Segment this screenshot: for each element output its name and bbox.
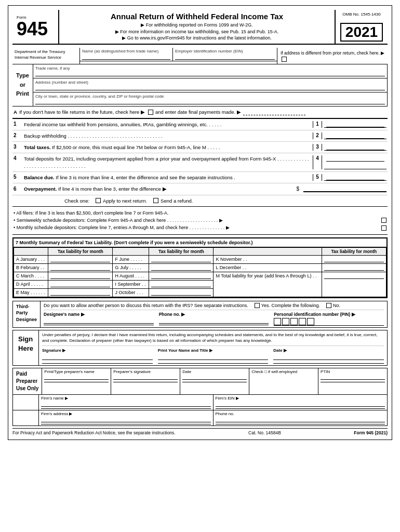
subtitle1: ▶ For withholding reported on Forms 1099… (64, 22, 329, 29)
section-a-checkbox[interactable] (148, 110, 153, 115)
month-h-input[interactable] (151, 273, 211, 279)
signature-input[interactable] (42, 354, 153, 360)
month-m-label: M Total liability for year (add lines A … (214, 272, 322, 297)
month-i-input[interactable] (151, 282, 211, 287)
month-e-input-cell[interactable] (48, 288, 113, 297)
month-g-input[interactable] (151, 265, 211, 271)
monthly-table-title: 7 Monthly Summary of Federal Tax Liabili… (14, 238, 386, 247)
section-a-and-text: and enter date final payments made. ▶ (155, 109, 241, 115)
month-k-input-cell[interactable] (322, 255, 386, 263)
month-f-label: F June . . . . . (113, 255, 149, 263)
line5-amount[interactable] (326, 175, 384, 180)
month-d-input-cell[interactable] (48, 280, 113, 288)
month-j-input-cell[interactable] (149, 288, 214, 297)
ein-input[interactable] (175, 54, 275, 60)
line4-ref: 4 (313, 155, 322, 169)
month-m-input[interactable] (324, 273, 384, 279)
month-col-header-3 (214, 247, 322, 255)
address-change-checkbox[interactable] (282, 57, 287, 62)
phone-input[interactable] (159, 318, 269, 324)
month-b-input-cell[interactable] (48, 263, 113, 272)
firm-phone-input[interactable] (216, 417, 385, 422)
month-f-input-cell[interactable] (149, 255, 214, 263)
line4-amount[interactable] (326, 156, 384, 162)
all-filers-note: • All filers: If line 3 is less than $2,… (14, 209, 386, 217)
month-l-input[interactable] (324, 265, 384, 271)
perjury-text: Under penalties of perjury, I declare th… (42, 332, 384, 343)
send-refund-checkbox[interactable] (153, 198, 158, 203)
month-i-input-cell[interactable] (149, 280, 214, 288)
address-change-note: If address is different from prior retur… (281, 50, 384, 57)
third-party-yes-checkbox[interactable] (255, 303, 260, 308)
firm-address-label: Firm's address ▶ (41, 411, 211, 416)
third-party-no-checkbox[interactable] (326, 303, 331, 308)
month-h-input-cell[interactable] (149, 272, 214, 280)
apply-to-next-checkbox[interactable] (96, 198, 101, 203)
month-c-input[interactable] (50, 273, 110, 279)
apply-to-next-label: Apply to next return. (103, 198, 147, 204)
line2-number: 2 (14, 132, 22, 139)
firm-address-input[interactable] (41, 417, 211, 422)
month-j-input[interactable] (151, 290, 211, 296)
line3-amount[interactable] (326, 144, 384, 150)
cat-number: Cat. No. 14584B (248, 430, 281, 435)
date-input[interactable] (273, 354, 384, 360)
pin-box-3[interactable] (290, 318, 298, 325)
semiweekly-checkbox[interactable] (381, 218, 386, 223)
month-l-input-cell[interactable] (322, 263, 386, 272)
month-e-input[interactable] (50, 290, 110, 296)
monthly-checkbox[interactable] (381, 225, 386, 231)
month-l-label: L December . . (214, 263, 322, 272)
form-reference: Form 945 (2021) (354, 430, 388, 435)
dept-line2: Internal Revenue Service (15, 55, 77, 60)
pin-box-4[interactable] (299, 318, 306, 325)
line6-description: Overpayment. If line 4 is more than line… (24, 185, 292, 192)
firm-name-input[interactable] (41, 401, 211, 407)
ein-field-label: Employer identification number (EIN) (175, 49, 275, 54)
trade-name-input[interactable] (35, 71, 385, 76)
print-name-label: Print Your Name and Title ▶ (158, 348, 269, 353)
line1-amount[interactable] (326, 122, 384, 127)
privacy-text: For Privacy Act and Paperwork Reduction … (12, 430, 176, 435)
pin-box-1[interactable] (274, 318, 281, 325)
name-input[interactable] (82, 54, 170, 60)
preparer-date-input[interactable] (182, 374, 247, 380)
preparer-name-input[interactable] (44, 374, 109, 380)
month-f-input[interactable] (151, 257, 211, 262)
line6-amount[interactable] (303, 186, 386, 192)
preparer-ptin-label: PTIN (321, 369, 385, 374)
pin-label: Personal identification number (PIN) ▶ (274, 312, 384, 317)
print-name-input[interactable] (158, 354, 269, 360)
month-c-input-cell[interactable] (48, 272, 113, 280)
pin-box-2[interactable] (282, 318, 289, 325)
month-m-input-cell[interactable] (322, 272, 386, 297)
check-one-label: Check one: (64, 198, 89, 204)
month-a-input-cell[interactable] (48, 255, 113, 263)
form-title: Annual Return of Withheld Federal Income… (64, 12, 329, 21)
line3-ref: 3 (313, 144, 322, 151)
firm-ein-input[interactable] (216, 401, 385, 407)
preparer-signature-input[interactable] (113, 374, 178, 380)
month-b-input[interactable] (50, 265, 110, 271)
pin-box-5[interactable] (307, 318, 314, 325)
month-g-input-cell[interactable] (149, 263, 214, 272)
month-k-label: K November . . (214, 255, 322, 263)
line1-description: Federal income tax withheld from pension… (24, 121, 311, 128)
city-input[interactable] (35, 99, 385, 104)
month-a-label: A January . . . (14, 255, 48, 263)
month-b-label: B February . . (14, 263, 48, 272)
monthly-note: • Monthly schedule depositors: Complete … (14, 224, 378, 231)
line3-description: Total taxes. If $2,500 or more, this mus… (24, 144, 311, 151)
preparer-check-label: Check □ if self-employed (251, 369, 316, 374)
line2-amount[interactable] (326, 133, 384, 139)
month-k-input[interactable] (324, 257, 384, 262)
address-input[interactable] (35, 85, 385, 90)
name-field-label: Name (as distinguished from trade name) (82, 49, 170, 54)
month-a-input[interactable] (50, 257, 110, 262)
designee-name-input[interactable] (44, 318, 154, 324)
month-d-input[interactable] (50, 282, 110, 287)
section-a-label: A (14, 109, 17, 115)
preparer-ptin-input[interactable] (321, 374, 385, 380)
dept-line1: Department of the Treasury (15, 49, 77, 55)
subtitle2: ▶ For more information on income tax wit… (64, 29, 329, 35)
